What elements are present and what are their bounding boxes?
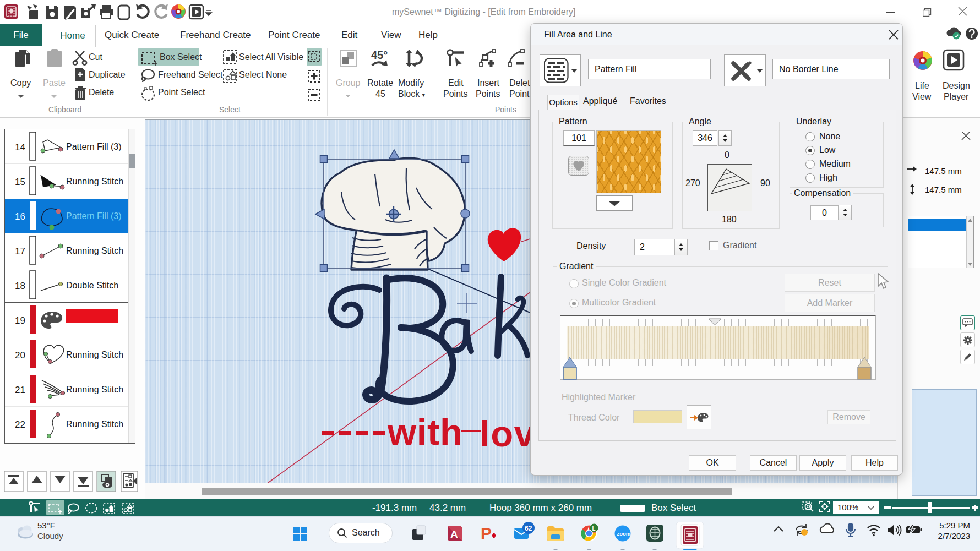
svg-text:62: 62 (525, 525, 532, 532)
svg-text:L: L (592, 526, 596, 532)
svg-text:with: with (387, 411, 462, 452)
svg-text:lov: lov (480, 413, 530, 454)
svg-text:P: P (481, 524, 492, 542)
svg-text:zoom: zoom (617, 531, 631, 537)
svg-text:A: A (450, 528, 458, 540)
